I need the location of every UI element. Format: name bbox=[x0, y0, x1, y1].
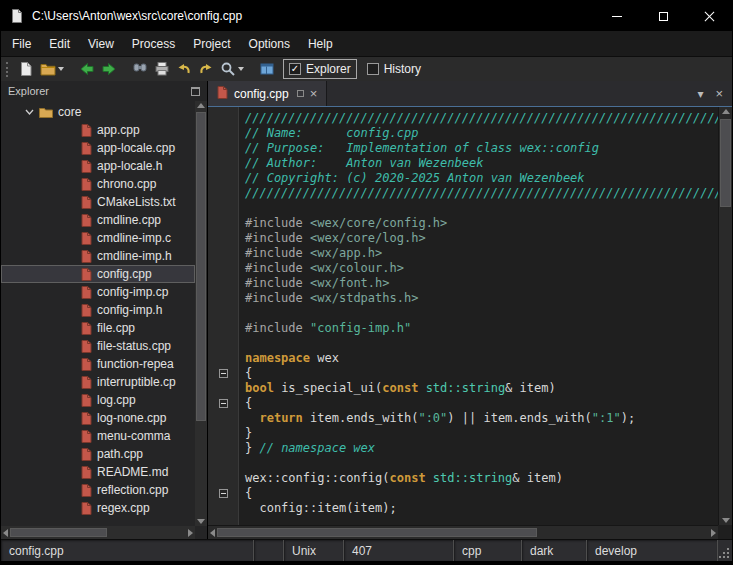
status-blank[interactable] bbox=[254, 540, 284, 561]
menu-item-project[interactable]: Project bbox=[184, 37, 239, 51]
tree-item-app-locale.cpp[interactable]: app-locale.cpp bbox=[1, 139, 195, 157]
back-button[interactable] bbox=[76, 59, 98, 80]
close-button[interactable] bbox=[686, 1, 732, 31]
checkbox-box-icon[interactable] bbox=[367, 63, 379, 75]
menu-item-process[interactable]: Process bbox=[123, 37, 184, 51]
dropdown-arrow-icon[interactable] bbox=[238, 67, 244, 71]
status-vcs-branch[interactable]: develop bbox=[587, 540, 718, 561]
editor-surface[interactable]: ////////////////////////////////////////… bbox=[208, 107, 718, 525]
code-text: #include <wx/colour.h> bbox=[238, 261, 404, 276]
resize-grip[interactable] bbox=[718, 540, 732, 561]
find-icon bbox=[132, 61, 148, 77]
scrollbar-thumb[interactable] bbox=[196, 112, 206, 421]
forward-button[interactable] bbox=[98, 59, 120, 80]
status-lexer[interactable]: cpp bbox=[454, 540, 522, 561]
tree-item-cmdline-imp.h[interactable]: cmdline-imp.h bbox=[1, 247, 195, 265]
tree-item-app.cpp[interactable]: app.cpp bbox=[1, 121, 195, 139]
scrollbar-thumb[interactable] bbox=[10, 528, 107, 537]
fold-margin bbox=[208, 426, 238, 441]
code-line bbox=[208, 306, 718, 321]
maximize-button[interactable] bbox=[640, 1, 686, 31]
editor-horizontal-scrollbar[interactable] bbox=[208, 525, 718, 539]
scroll-down-icon[interactable] bbox=[722, 518, 730, 523]
fold-marker-icon[interactable] bbox=[219, 489, 228, 498]
tree-item-label: regex.cpp bbox=[97, 501, 150, 515]
toolbar-grip[interactable] bbox=[6, 62, 10, 77]
scroll-right-icon[interactable] bbox=[188, 529, 193, 537]
fold-margin bbox=[208, 291, 238, 306]
status-filename[interactable]: config.cpp bbox=[1, 540, 254, 561]
tree-item-config-imp.h[interactable]: config-imp.h bbox=[1, 301, 195, 319]
fold-margin bbox=[208, 366, 238, 381]
code-line: { bbox=[208, 486, 718, 501]
scroll-down-icon[interactable] bbox=[197, 519, 205, 524]
history-checkbox[interactable]: History bbox=[362, 60, 426, 78]
explorer-checkbox[interactable]: ✓Explorer bbox=[284, 60, 356, 78]
toolbar: ✓ExplorerHistory bbox=[1, 56, 732, 81]
tree-item-menu-comma[interactable]: menu-comma bbox=[1, 427, 195, 445]
panel-float-icon[interactable] bbox=[191, 87, 200, 96]
tree-item-label: file-status.cpp bbox=[97, 339, 171, 353]
minimize-icon bbox=[612, 16, 622, 17]
fold-marker-icon[interactable] bbox=[219, 399, 228, 408]
file-icon bbox=[81, 322, 92, 335]
redo-button[interactable] bbox=[195, 59, 217, 80]
undo-button[interactable] bbox=[173, 59, 195, 80]
status-file-format[interactable]: Unix bbox=[284, 540, 344, 561]
tree-item-reflection.cpp[interactable]: reflection.cpp bbox=[1, 481, 195, 499]
tab-list-dropdown-icon[interactable]: ▾ bbox=[697, 87, 703, 101]
menu-item-view[interactable]: View bbox=[79, 37, 123, 51]
scrollbar-thumb[interactable] bbox=[720, 119, 731, 207]
tree-item-cmdline.cpp[interactable]: cmdline.cpp bbox=[1, 211, 195, 229]
redo-icon bbox=[198, 61, 214, 77]
tree-item-regex.cpp[interactable]: regex.cpp bbox=[1, 499, 195, 517]
zoom-button[interactable] bbox=[217, 59, 247, 80]
checkbox-box-icon[interactable]: ✓ bbox=[289, 63, 301, 75]
menu-item-file[interactable]: File bbox=[3, 37, 40, 51]
explorer-vertical-scrollbar[interactable] bbox=[195, 101, 207, 526]
tree-item-chrono.cpp[interactable]: chrono.cpp bbox=[1, 175, 195, 193]
tree-item-config.cpp[interactable]: config.cpp bbox=[1, 265, 195, 283]
new-file-button[interactable] bbox=[15, 59, 37, 80]
tree-item-path.cpp[interactable]: path.cpp bbox=[1, 445, 195, 463]
explorer-horizontal-scrollbar[interactable] bbox=[1, 526, 195, 539]
view-panes-button[interactable] bbox=[256, 59, 278, 80]
tree-item-file.cpp[interactable]: file.cpp bbox=[1, 319, 195, 337]
print-button[interactable] bbox=[151, 59, 173, 80]
chevron-down-icon[interactable] bbox=[25, 109, 34, 115]
tree-item-config-imp.cp[interactable]: config-imp.cp bbox=[1, 283, 195, 301]
find-button[interactable] bbox=[129, 59, 151, 80]
tab-config-cpp[interactable]: config.cpp × bbox=[208, 81, 327, 106]
tree-item-label: menu-comma bbox=[97, 429, 170, 443]
minimize-button[interactable] bbox=[594, 1, 640, 31]
tree-item-CMakeLists.txt[interactable]: CMakeLists.txt bbox=[1, 193, 195, 211]
fold-marker-icon[interactable] bbox=[219, 369, 228, 378]
menu-item-help[interactable]: Help bbox=[299, 37, 342, 51]
menu-item-edit[interactable]: Edit bbox=[40, 37, 79, 51]
fold-margin bbox=[208, 306, 238, 321]
scrollbar-thumb[interactable] bbox=[217, 528, 537, 537]
tree-item-log.cpp[interactable]: log.cpp bbox=[1, 391, 195, 409]
tab-close-icon[interactable]: × bbox=[310, 87, 318, 100]
tree-item-cmdline-imp.c[interactable]: cmdline-imp.c bbox=[1, 229, 195, 247]
tree-item-README.md[interactable]: README.md bbox=[1, 463, 195, 481]
open-file-button[interactable] bbox=[37, 59, 67, 80]
tree-item-function-repea[interactable]: function-repea bbox=[1, 355, 195, 373]
tree-item-log-none.cpp[interactable]: log-none.cpp bbox=[1, 409, 195, 427]
tree-item-core[interactable]: core bbox=[1, 103, 195, 121]
code-text: bool is_special_ui(const std::string& it… bbox=[238, 381, 556, 396]
tree-item-file-status.cpp[interactable]: file-status.cpp bbox=[1, 337, 195, 355]
tree-item-label: file.cpp bbox=[97, 321, 135, 335]
editor-pane: config.cpp × ▾ × ///////////////////////… bbox=[208, 81, 732, 539]
status-theme[interactable]: dark bbox=[522, 540, 587, 561]
dropdown-arrow-icon[interactable] bbox=[58, 67, 64, 71]
menu-item-options[interactable]: Options bbox=[240, 37, 299, 51]
pane-close-icon[interactable]: × bbox=[715, 86, 723, 101]
tree-item-interruptible.cp[interactable]: interruptible.cp bbox=[1, 373, 195, 391]
tree-item-label: cmdline.cpp bbox=[97, 213, 161, 227]
code-text: ////////////////////////////////////////… bbox=[238, 111, 718, 126]
editor-vertical-scrollbar[interactable] bbox=[718, 107, 732, 525]
scroll-right-icon[interactable] bbox=[711, 529, 716, 537]
tree-item-app-locale.h[interactable]: app-locale.h bbox=[1, 157, 195, 175]
status-line-count[interactable]: 407 bbox=[344, 540, 454, 561]
